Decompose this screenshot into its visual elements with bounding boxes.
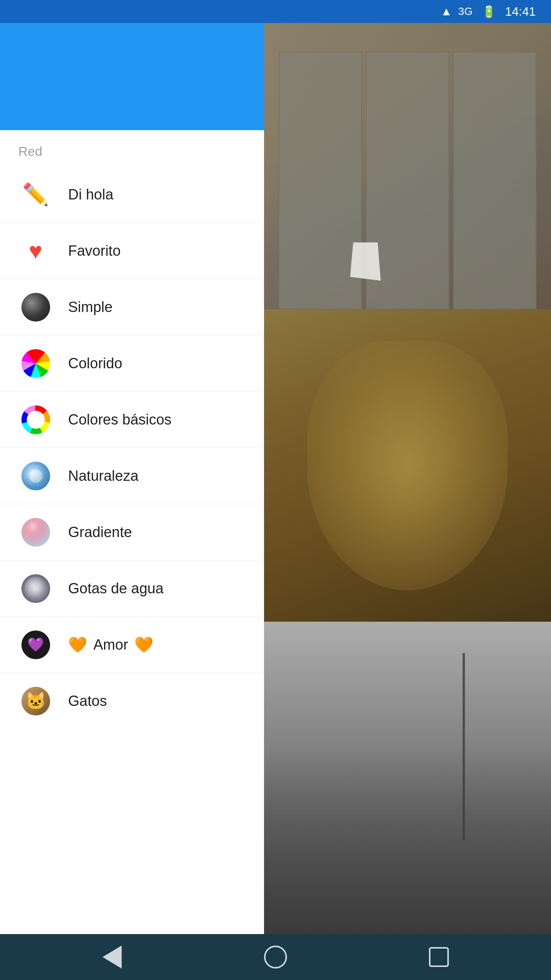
menu-label-gotas-de-agua: Gotas de agua [68, 580, 163, 597]
lamp-post [463, 653, 465, 841]
main-layout: Red ✏️ Di hola ♥ Favorito Simple [0, 23, 551, 934]
menu-item-naturaleza[interactable]: Naturaleza [0, 448, 264, 504]
shutter-right [453, 52, 536, 309]
menu-label-naturaleza: Naturaleza [68, 468, 139, 484]
photo-baroque [264, 309, 551, 622]
menu-item-simple[interactable]: Simple [0, 279, 264, 335]
menu-item-gradiente[interactable]: Gradiente [0, 504, 264, 560]
amor-icon [18, 627, 53, 662]
amor-label: 🧡 Amor 🧡 [68, 636, 153, 654]
amor-heart-right: 🧡 [134, 636, 153, 654]
status-bar: ▲ 3G 🔋 14:41 [0, 0, 551, 23]
battery-icon: 🔋 [482, 5, 496, 18]
photos-panel [264, 23, 551, 934]
time-display: 14:41 [505, 5, 536, 19]
section-label: Red [0, 130, 264, 167]
menu-label-favorito: Favorito [68, 243, 121, 259]
menu-label-simple: Simple [68, 299, 112, 315]
nature-icon [18, 459, 53, 493]
rainbow-icon [18, 346, 53, 381]
menu-item-colores-basicos[interactable]: Colores básicos [0, 392, 264, 448]
pencil-icon: ✏️ [18, 177, 53, 212]
amor-heart-left: 🧡 [68, 636, 87, 654]
status-icons: ▲ 3G 🔋 14:41 [441, 5, 536, 19]
menu-item-gotas-de-agua[interactable]: Gotas de agua [0, 560, 264, 617]
photo-street [264, 622, 551, 934]
ring-icon [18, 402, 53, 437]
back-icon [103, 946, 122, 969]
drawer-header [0, 23, 264, 130]
menu-label-colorido: Colorido [68, 355, 122, 372]
drawer-panel: Red ✏️ Di hola ♥ Favorito Simple [0, 23, 264, 934]
home-button[interactable] [260, 942, 291, 972]
photo-building [264, 23, 551, 309]
shutter-left [279, 52, 362, 309]
water-drops-icon [18, 571, 53, 606]
menu-item-colorido[interactable]: Colorido [0, 335, 264, 392]
home-icon [264, 946, 287, 969]
street-scene [264, 746, 551, 934]
signal-indicator: ▲ [441, 5, 452, 18]
gradient-icon [18, 515, 53, 549]
back-button[interactable] [97, 942, 127, 972]
heart-icon: ♥ [18, 234, 53, 268]
menu-label-di-hola: Di hola [68, 186, 113, 203]
menu-item-amor[interactable]: 🧡 Amor 🧡 [0, 617, 264, 673]
menu-label-gatos: Gatos [68, 693, 107, 709]
menu-item-gatos[interactable]: 🐱 Gatos [0, 673, 264, 729]
bottom-navigation [0, 934, 551, 980]
menu-label-colores-basicos: Colores básicos [68, 412, 171, 428]
menu-label-gradiente: Gradiente [68, 524, 132, 541]
signal-label: 3G [458, 5, 473, 18]
cloth-hanging [350, 242, 381, 281]
cat-icon: 🐱 [18, 684, 53, 718]
baroque-ornament [307, 341, 508, 591]
recents-button[interactable] [424, 942, 454, 972]
menu-item-favorito[interactable]: ♥ Favorito [0, 223, 264, 279]
dark-circle-icon [18, 290, 53, 324]
menu-item-di-hola[interactable]: ✏️ Di hola [0, 167, 264, 223]
recents-icon [429, 947, 449, 967]
